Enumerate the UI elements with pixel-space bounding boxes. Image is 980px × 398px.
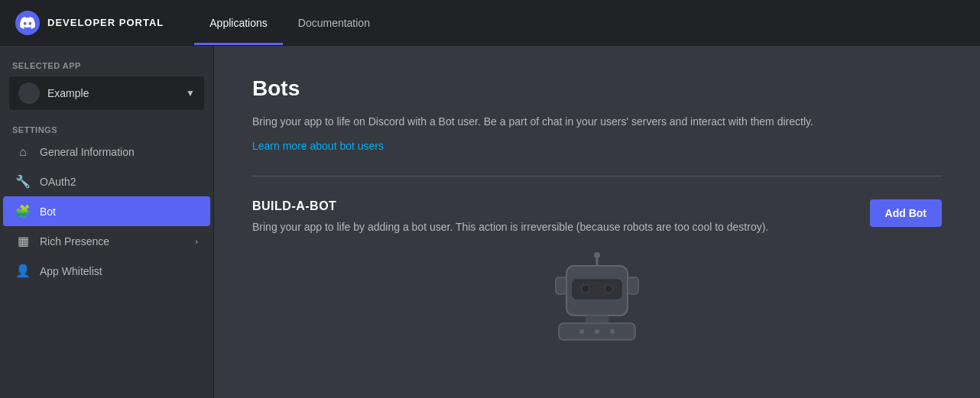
tab-applications[interactable]: Applications: [194, 0, 283, 45]
puzzle-icon: 🧩: [15, 204, 31, 218]
svg-point-6: [582, 286, 589, 292]
build-a-bot-description: Bring your app to life by adding a bot u…: [252, 219, 787, 235]
portal-title: DEVELOPER PORTAL: [47, 17, 164, 28]
sidebar-item-label-general: General Information: [40, 146, 198, 158]
discord-logo-icon: [15, 11, 40, 35]
svg-rect-14: [556, 277, 566, 294]
sidebar-item-general-information[interactable]: ⌂ General Information: [3, 138, 210, 167]
sidebar-item-label-whitelist: App Whitelist: [40, 265, 198, 277]
dropdown-arrow-icon: ▼: [186, 88, 195, 99]
sidebar-item-bot[interactable]: 🧩 Bot: [3, 196, 210, 226]
svg-point-11: [579, 329, 584, 334]
svg-point-12: [595, 329, 599, 334]
build-a-bot-section: BUILD-A-BOT Bring your app to life by ad…: [252, 199, 942, 235]
robot-illustration: [252, 251, 942, 342]
svg-rect-9: [586, 315, 608, 323]
sidebar-item-label-rich-presence: Rich Presence: [40, 235, 186, 248]
build-a-bot-info: BUILD-A-BOT Bring your app to life by ad…: [252, 199, 847, 235]
header: DEVELOPER PORTAL Applications Documentat…: [0, 0, 980, 46]
rich-presence-icon: ▦: [15, 234, 31, 248]
sidebar-item-app-whitelist[interactable]: 👤 App Whitelist: [3, 256, 210, 286]
svg-point-7: [605, 286, 612, 292]
build-a-bot-title: BUILD-A-BOT: [252, 199, 847, 213]
app-name: Example: [47, 87, 89, 99]
add-bot-button[interactable]: Add Bot: [870, 199, 942, 227]
user-icon: 👤: [15, 264, 31, 278]
nav-tabs: Applications Documentation: [194, 0, 385, 45]
settings-label: SETTINGS: [0, 125, 213, 134]
learn-more-link[interactable]: Learn more about bot users: [252, 140, 384, 152]
app-selector-left: Example: [18, 83, 89, 104]
page-title: Bots: [252, 76, 942, 101]
wrench-icon: 🔧: [15, 174, 31, 189]
chevron-right-icon: ›: [195, 237, 198, 246]
svg-rect-15: [628, 277, 638, 294]
section-divider: [252, 176, 942, 176]
home-icon: ⌂: [15, 145, 31, 159]
svg-rect-3: [573, 280, 621, 299]
page-description: Bring your app to life on Discord with a…: [252, 113, 833, 130]
sidebar-item-rich-presence[interactable]: ▦ Rich Presence ›: [3, 226, 210, 256]
svg-rect-8: [578, 306, 616, 312]
app-selector[interactable]: Example ▼: [9, 76, 204, 110]
svg-point-2: [594, 252, 600, 258]
robot-svg: [544, 251, 651, 342]
tab-documentation[interactable]: Documentation: [283, 0, 385, 45]
sidebar-item-label-bot: Bot: [40, 205, 198, 218]
svg-point-13: [610, 329, 615, 334]
content-area: Bots Bring your app to life on Discord w…: [214, 46, 980, 398]
main-layout: SELECTED APP Example ▼ SETTINGS ⌂ Genera…: [0, 46, 980, 398]
sidebar-item-oauth2[interactable]: 🔧 OAuth2: [3, 167, 210, 196]
app-avatar: [18, 83, 40, 104]
sidebar: SELECTED APP Example ▼ SETTINGS ⌂ Genera…: [0, 46, 214, 398]
sidebar-item-label-oauth2: OAuth2: [40, 176, 198, 188]
selected-app-label: SELECTED APP: [0, 61, 213, 70]
logo-area: DEVELOPER PORTAL: [15, 11, 164, 35]
